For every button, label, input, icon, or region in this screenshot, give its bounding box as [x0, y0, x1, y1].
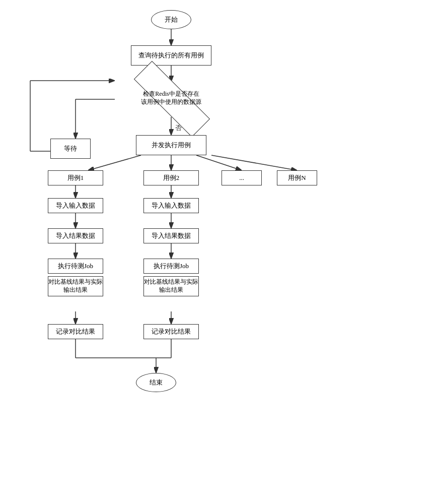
import-result2-label: 导入结果数据 — [152, 232, 191, 240]
end-label: 结束 — [150, 379, 163, 387]
record1-label: 记录对比结果 — [56, 328, 95, 336]
caseN-label: 用例N — [288, 174, 306, 182]
record2-node: 记录对比结果 — [143, 324, 199, 339]
parallel-exec-node: 并发执行用例 — [136, 135, 206, 155]
query-cases-node: 查询待执行的所有用例 — [131, 45, 211, 66]
exec-job1-node: 执行待测Job — [48, 259, 103, 274]
check-redis-node: 检查Redis中是否存在该用例中使用的数据源 — [113, 81, 229, 116]
arrows-layer: 否 — [0, 0, 440, 504]
svg-line-9 — [88, 155, 141, 170]
exec-job1-label: 执行待测Job — [58, 262, 93, 271]
case2-node: 用例2 — [143, 170, 199, 185]
import-result2-node: 导入结果数据 — [143, 228, 199, 243]
wait-label: 等待 — [64, 145, 77, 153]
case1-node: 用例1 — [48, 170, 103, 185]
end-node: 结束 — [136, 373, 176, 392]
case2-label: 用例2 — [163, 174, 180, 182]
case-dots-label: ... — [239, 174, 244, 182]
start-label: 开始 — [165, 16, 178, 24]
parallel-exec-label: 并发执行用例 — [152, 141, 191, 150]
import-result1-label: 导入结果数据 — [56, 232, 95, 240]
case1-label: 用例1 — [67, 174, 84, 182]
import-input1-label: 导入输入数据 — [56, 202, 95, 210]
import-input1-node: 导入输入数据 — [48, 198, 103, 213]
wait-node: 等待 — [50, 139, 91, 159]
compare1-label: 对比基线结果与实际输出结果 — [48, 278, 103, 294]
check-redis-label: 检查Redis中是否存在该用例中使用的数据源 — [141, 90, 201, 106]
compare2-label: 对比基线结果与实际输出结果 — [144, 278, 198, 294]
import-input2-node: 导入输入数据 — [143, 198, 199, 213]
exec-job2-node: 执行待测Job — [143, 259, 199, 274]
record1-node: 记录对比结果 — [48, 324, 103, 339]
exec-job2-label: 执行待测Job — [154, 262, 189, 271]
import-result1-node: 导入结果数据 — [48, 228, 103, 243]
flowchart: 否 开始 查询待执行的所有用例 检查Redis中是否存在该用例中使用的数据源 等… — [0, 0, 440, 504]
compare2-node: 对比基线结果与实际输出结果 — [143, 276, 199, 296]
caseN-node: 用例N — [277, 170, 317, 185]
query-cases-label: 查询待执行的所有用例 — [138, 51, 204, 60]
import-input2-label: 导入输入数据 — [152, 202, 191, 210]
start-node: 开始 — [151, 10, 191, 29]
record2-label: 记录对比结果 — [152, 328, 191, 336]
case-dots-node: ... — [222, 170, 262, 185]
svg-line-11 — [196, 155, 242, 170]
svg-line-12 — [211, 155, 297, 170]
compare1-node: 对比基线结果与实际输出结果 — [48, 276, 103, 296]
